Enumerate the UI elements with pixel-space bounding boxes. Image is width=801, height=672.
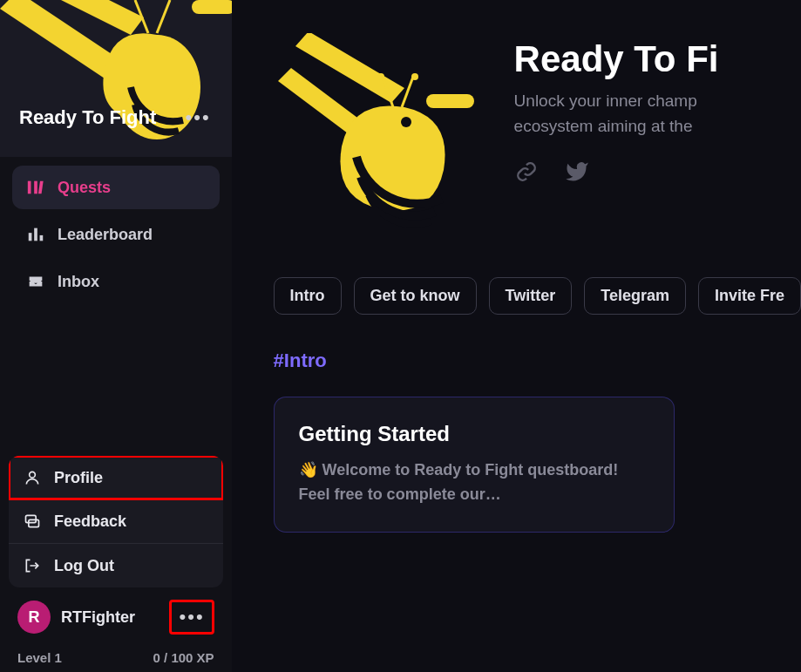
svg-rect-6 [38, 181, 44, 194]
sidebar-item-leaderboard[interactable]: Leaderboard [12, 213, 220, 256]
svg-rect-13 [426, 94, 474, 108]
logout-icon [23, 556, 42, 575]
leaderboard-icon [26, 225, 45, 244]
svg-line-2 [157, 0, 170, 33]
sidebar-item-label: Inbox [58, 273, 99, 291]
quests-icon [26, 178, 45, 197]
sidebar-item-inbox[interactable]: Inbox [12, 260, 220, 303]
username: RTFighter [61, 608, 159, 627]
level-label: Level 1 [17, 650, 62, 665]
sidebar-item-quests[interactable]: Quests [12, 166, 220, 209]
feedback-menu-item[interactable]: Feedback [9, 499, 223, 543]
app-menu-button[interactable]: ••• [178, 103, 217, 132]
sidebar-item-label: Quests [58, 179, 111, 197]
user-menu-button[interactable]: ••• [169, 600, 214, 635]
sidebar-hero: Ready To Fight ••• [0, 0, 232, 157]
svg-rect-7 [29, 233, 32, 241]
tag-get-to-know[interactable]: Get to know [354, 277, 477, 315]
bee-logo-sidebar [0, 0, 232, 157]
profile-menu-item[interactable]: Profile [9, 456, 223, 499]
svg-line-14 [402, 77, 413, 107]
svg-rect-4 [28, 181, 31, 194]
svg-rect-1 [192, 0, 232, 14]
feedback-label: Feedback [54, 512, 126, 531]
svg-point-17 [377, 73, 384, 80]
app-title: Ready To Fight [19, 106, 156, 129]
page-subtitle: Unlock your inner champ ecosystem aiming… [514, 89, 719, 139]
avatar[interactable]: R [17, 601, 51, 634]
svg-rect-9 [40, 235, 44, 241]
twitter-icon[interactable] [565, 160, 589, 184]
svg-point-10 [30, 472, 36, 478]
svg-point-18 [401, 117, 411, 127]
logout-menu-item[interactable]: Log Out [9, 544, 223, 587]
bee-logo-main [274, 33, 483, 242]
tag-twitter[interactable]: Twitter [489, 277, 573, 315]
user-icon [23, 468, 42, 487]
user-footer: R RTFighter ••• Level 1 0 / 100 XP [0, 587, 232, 672]
feedback-icon [23, 512, 42, 531]
profile-label: Profile [54, 469, 103, 487]
card-body: 👋 Welcome to Ready to Fight questboard! … [299, 458, 649, 507]
sidebar-item-label: Leaderboard [58, 226, 153, 244]
svg-rect-5 [34, 181, 37, 194]
svg-rect-8 [34, 228, 37, 241]
quest-card-getting-started[interactable]: Getting Started 👋 Welcome to Ready to Fi… [274, 397, 675, 533]
tag-telegram[interactable]: Telegram [584, 277, 686, 315]
page-title: Ready To Fi [514, 38, 719, 80]
inbox-icon [26, 272, 45, 291]
quest-category-tags: Intro Get to know Twitter Telegram Invit… [274, 277, 801, 315]
section-heading: #Intro [274, 350, 801, 372]
main-content: Ready To Fi Unlock your inner champ ecos… [232, 0, 801, 672]
xp-label: 0 / 100 XP [153, 650, 214, 665]
user-popup-menu: Profile Feedback Log Out [9, 456, 223, 587]
logout-label: Log Out [54, 557, 114, 575]
sidebar-nav: Quests Leaderboard Inbox [0, 157, 232, 316]
tag-invite-friends[interactable]: Invite Fre [698, 277, 801, 315]
link-icon[interactable] [514, 160, 539, 184]
tag-intro[interactable]: Intro [274, 277, 342, 315]
card-title: Getting Started [299, 422, 649, 446]
svg-point-16 [411, 73, 418, 80]
sidebar: Ready To Fight ••• Quests Leaderboard In… [0, 0, 232, 672]
